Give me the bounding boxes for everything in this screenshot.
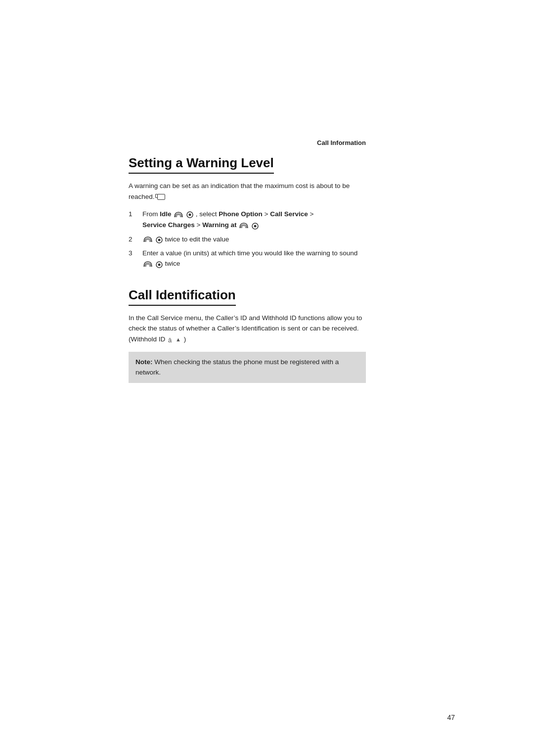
svg-point-1 xyxy=(189,214,191,216)
svg-point-3 xyxy=(254,225,256,227)
phone-signal-icon-3a xyxy=(143,261,153,268)
content-area: Call Information Setting a Warning Level… xyxy=(0,0,445,450)
phone-signal-icon-1a xyxy=(174,211,183,218)
svg-text:â: â xyxy=(168,336,172,344)
section2-intro: In the Call Service menu, the Caller’s I… xyxy=(129,313,366,345)
section1-intro: A warning can be set as an indication th… xyxy=(129,181,366,202)
circle-dot-icon-1b xyxy=(252,220,259,231)
page: Call Information Setting a Warning Level… xyxy=(0,0,534,756)
steps-list: 1 From Idle xyxy=(129,209,366,270)
phone-cost-icon xyxy=(157,194,165,200)
svg-point-5 xyxy=(158,238,160,241)
step-3: 3 Enter a value (in units) at which time… xyxy=(129,248,366,270)
circle-dot-icon-2a xyxy=(156,234,163,245)
phone-signal-icon-2a xyxy=(143,236,153,243)
section-label: Call Information xyxy=(317,139,366,146)
note-text: When checking the status the phone must … xyxy=(135,358,339,377)
circle-dot-icon-1a xyxy=(186,209,193,220)
note-box: Note: When checking the status the phone… xyxy=(129,352,366,383)
section2-title: Call Identification xyxy=(129,287,236,306)
withhold-icon: â ▲ xyxy=(168,335,181,344)
section-call-identification: Call Identification In the Call Service … xyxy=(129,287,366,383)
phone-signal-icon-1b xyxy=(239,222,249,229)
note-label: Note: xyxy=(135,358,153,366)
step-2: 2 twice to edit xyxy=(129,234,366,245)
step-1: 1 From Idle xyxy=(129,209,366,231)
section-warning-level: Setting a Warning Level A warning can be… xyxy=(129,155,366,270)
section-header: Call Information xyxy=(129,139,366,146)
svg-point-7 xyxy=(158,263,160,266)
circle-dot-icon-3a xyxy=(156,259,163,270)
section1-title: Setting a Warning Level xyxy=(129,155,274,174)
page-number: 47 xyxy=(447,713,455,721)
